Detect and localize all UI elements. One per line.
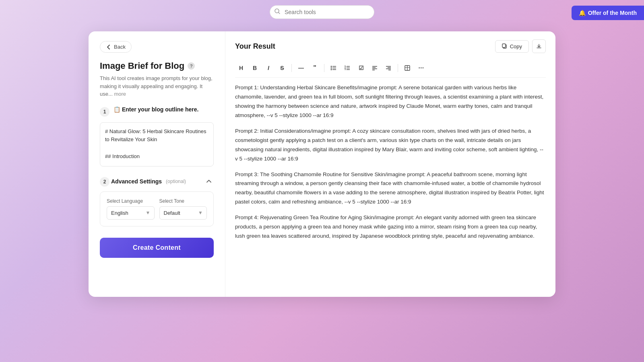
- advanced-title: Advanced Settings: [111, 178, 162, 185]
- result-header: Your Result Copy: [235, 39, 546, 53]
- optional-badge: (optional): [166, 179, 186, 184]
- toolbar-bold[interactable]: B: [249, 62, 261, 74]
- step-1-row: 1 📋 Enter your blog outline here.: [100, 106, 214, 117]
- toolbar-quote[interactable]: ": [309, 62, 321, 74]
- right-panel: Your Result Copy H: [225, 31, 555, 297]
- toolbar-italic[interactable]: I: [262, 62, 275, 74]
- page-title: Image Brief for Blog ?: [100, 61, 214, 71]
- step-1-number: 1: [100, 107, 109, 117]
- advanced-settings-header: 2 Advanced Settings (optional): [100, 176, 214, 187]
- toolbar-strikethrough[interactable]: S: [276, 62, 288, 74]
- result-prompt-3: Prompt 3: The Soothing Chamomile Routine…: [235, 170, 546, 207]
- create-content-button[interactable]: Create Content: [100, 238, 214, 258]
- svg-point-6: [331, 68, 332, 69]
- toolbar-divider[interactable]: —: [295, 62, 307, 74]
- search-input[interactable]: [270, 5, 374, 19]
- language-select-wrap: English Spanish French German ▼: [107, 206, 155, 220]
- step-2-number: 2: [100, 177, 109, 187]
- toolbar-separator-3: [398, 64, 398, 72]
- blog-outline-textarea[interactable]: [100, 122, 214, 167]
- tone-label: Select Tone: [159, 198, 207, 204]
- toolbar-align-left[interactable]: [369, 62, 381, 74]
- copy-label: Copy: [510, 43, 522, 49]
- help-icon[interactable]: ?: [188, 62, 195, 70]
- language-label: Select Language: [107, 198, 155, 204]
- toolbar-separator-1: [291, 64, 292, 72]
- toolbar-heading[interactable]: H: [235, 62, 247, 74]
- editor-toolbar: H B I S — " 1.: [235, 59, 546, 78]
- toolbar-align-right[interactable]: [382, 62, 394, 74]
- left-panel: Back Image Brief for Blog ? This AI tool…: [89, 31, 225, 297]
- page-title-text: Image Brief for Blog: [100, 61, 184, 71]
- result-title: Your Result: [235, 42, 275, 51]
- copy-button[interactable]: Copy: [495, 40, 529, 53]
- result-actions: Copy: [495, 39, 546, 53]
- result-prompt-2: Prompt 2: Initial Considerations/imagine…: [235, 127, 546, 164]
- settings-box: Select Language English Spanish French G…: [100, 191, 214, 226]
- collapse-advanced-button[interactable]: [204, 177, 214, 186]
- page-description: This AI tool creates image prompts for y…: [100, 74, 214, 98]
- result-prompt-1: Prompt 1: Understanding Herbal Skincare …: [235, 83, 546, 120]
- toolbar-separator-2: [324, 64, 324, 72]
- svg-point-8: [331, 69, 332, 70]
- svg-line-1: [279, 12, 280, 14]
- result-content: Prompt 1: Understanding Herbal Skincare …: [235, 83, 546, 289]
- svg-text:3.: 3.: [345, 68, 347, 70]
- result-prompt-4: Prompt 4: Rejuvenating Green Tea Routine…: [235, 213, 546, 241]
- download-button[interactable]: [532, 39, 546, 53]
- settings-grid: Select Language English Spanish French G…: [107, 198, 207, 220]
- tone-select[interactable]: Default Formal Casual Creative: [159, 206, 207, 220]
- toolbar-table[interactable]: [401, 62, 413, 74]
- svg-point-4: [331, 66, 332, 67]
- back-button[interactable]: Back: [100, 41, 132, 53]
- main-card: Back Image Brief for Blog ? This AI tool…: [89, 31, 555, 297]
- search-container: [270, 5, 374, 19]
- back-label: Back: [114, 44, 126, 50]
- toolbar-numbered-list[interactable]: 1. 2. 3.: [341, 62, 353, 74]
- more-link[interactable]: more: [114, 91, 126, 97]
- language-setting: Select Language English Spanish French G…: [107, 198, 155, 220]
- step-1-label: 📋 Enter your blog outline here.: [114, 106, 198, 113]
- tone-setting: Select Tone Default Formal Casual Creati…: [159, 198, 207, 220]
- search-icon: [275, 8, 280, 16]
- tone-select-wrap: Default Formal Casual Creative ▼: [159, 206, 207, 220]
- toolbar-bullet-list[interactable]: [328, 62, 340, 74]
- svg-rect-3: [502, 44, 506, 47]
- toolbar-more[interactable]: ⋯: [415, 62, 427, 74]
- top-bar: [0, 0, 644, 24]
- toolbar-checkbox[interactable]: ☑: [355, 62, 367, 74]
- language-select[interactable]: English Spanish French German: [107, 206, 155, 220]
